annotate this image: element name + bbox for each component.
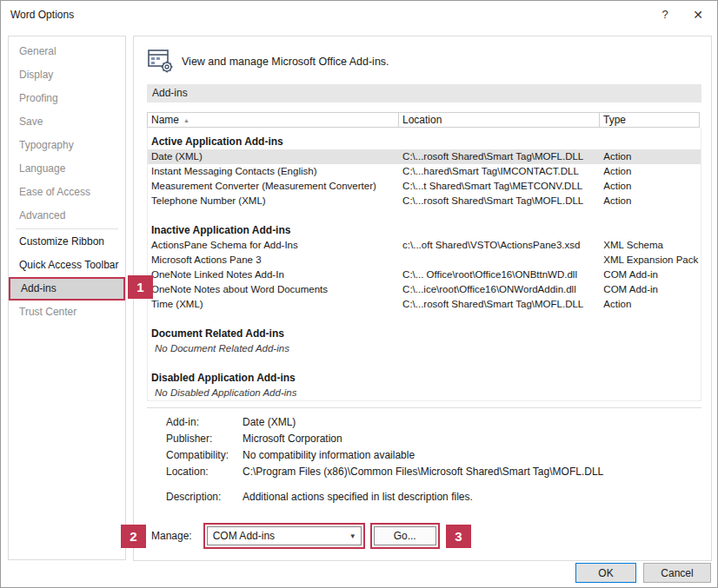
addin-type: Action bbox=[600, 194, 701, 208]
sidebar-item-typography[interactable]: Typography bbox=[9, 134, 125, 157]
addin-name: Date (XML) bbox=[148, 149, 399, 164]
column-header-name[interactable]: Name ▲ bbox=[147, 112, 399, 128]
sidebar-item-trust-center[interactable]: Trust Center bbox=[9, 301, 125, 324]
table-row[interactable]: Telephone Number (XML) C:\...rosoft Shar… bbox=[148, 194, 701, 208]
table-row[interactable]: OneNote Linked Notes Add-In C:\... Offic… bbox=[148, 268, 701, 282]
addin-location: C:\... Office\root\Office16\ONBttnWD.dll bbox=[399, 268, 600, 282]
sidebar-item-display[interactable]: Display bbox=[9, 63, 125, 87]
detail-row-addin: Add-in: Date (XML) bbox=[166, 416, 701, 428]
table-body: Active Application Add-ins Date (XML) C:… bbox=[147, 128, 701, 401]
go-button[interactable]: Go... bbox=[374, 526, 436, 545]
title-bar: Word Options bbox=[1, 1, 717, 28]
addin-location: c:\...oft Shared\VSTO\ActionsPane3.xsd bbox=[399, 238, 600, 253]
sidebar-item-proofing[interactable]: Proofing bbox=[9, 87, 125, 110]
ok-button[interactable]: OK bbox=[575, 563, 636, 583]
addin-type: COM Add-in bbox=[600, 268, 701, 282]
addin-type: Action bbox=[600, 149, 701, 164]
addin-type: Action bbox=[600, 297, 701, 312]
addin-name: Instant Messaging Contacts (English) bbox=[148, 164, 399, 179]
page-header: View and manage Microsoft Office Add-ins… bbox=[147, 47, 701, 76]
addin-location bbox=[399, 253, 600, 268]
table-group-header: Inactive Application Add-ins bbox=[148, 223, 701, 238]
addin-name: Time (XML) bbox=[148, 297, 399, 312]
sidebar-item-general[interactable]: General bbox=[9, 40, 125, 63]
cancel-button[interactable]: Cancel bbox=[643, 563, 711, 583]
manage-dropdown[interactable]: COM Add-ins ▼ bbox=[207, 526, 362, 545]
table-spacer-row bbox=[148, 356, 701, 371]
sort-ascending-icon: ▲ bbox=[183, 117, 189, 123]
addin-name: Telephone Number (XML) bbox=[148, 194, 399, 208]
addin-name: Microsoft Actions Pane 3 bbox=[148, 253, 399, 268]
window-title: Word Options bbox=[10, 9, 74, 21]
detail-row-location: Location: C:\Program Files (x86)\Common … bbox=[166, 466, 701, 478]
addin-name: ActionsPane Schema for Add-Ins bbox=[148, 238, 399, 253]
section-header: Add-ins bbox=[147, 84, 701, 102]
help-icon[interactable]: ? bbox=[651, 1, 679, 28]
table-row[interactable]: OneNote Notes about Word Documents C:\..… bbox=[148, 282, 701, 297]
manage-dropdown-value: COM Add-ins bbox=[208, 530, 345, 542]
chevron-down-icon: ▼ bbox=[345, 532, 361, 540]
addin-location: C:\...rosoft Shared\Smart Tag\MOFL.DLL bbox=[399, 149, 600, 164]
sidebar-item-customize-ribbon[interactable]: Customize Ribbon bbox=[9, 230, 125, 254]
table-row[interactable]: Microsoft Actions Pane 3 XML Expansion P… bbox=[148, 253, 701, 268]
sidebar-item-quick-access-toolbar[interactable]: Quick Access Toolbar bbox=[9, 254, 125, 277]
page-description: View and manage Microsoft Office Add-ins… bbox=[182, 56, 389, 68]
addin-name: Measurement Converter (Measurement Conve… bbox=[148, 179, 399, 194]
table-empty-note: No Disabled Application Add-ins bbox=[148, 386, 701, 400]
addin-location: C:\...hared\Smart Tag\IMCONTACT.DLL bbox=[399, 164, 600, 179]
table-header-row: Name ▲ Location Type bbox=[147, 112, 701, 128]
addin-type: XML Expansion Pack bbox=[600, 253, 701, 268]
addin-name: OneNote Linked Notes Add-In bbox=[148, 268, 399, 282]
annotation-badge-1: 1 bbox=[128, 275, 153, 299]
add-ins-table: Name ▲ Location Type Active Application … bbox=[147, 112, 701, 401]
annotation-box-dropdown: COM Add-ins ▼ bbox=[203, 523, 365, 549]
table-row[interactable]: Date (XML) C:\...rosoft Shared\Smart Tag… bbox=[148, 149, 701, 164]
addin-type: XML Schema bbox=[600, 238, 701, 253]
table-spacer-row bbox=[148, 208, 701, 223]
table-empty-note: No Document Related Add-ins bbox=[148, 341, 701, 356]
addin-location: C:\...rosoft Shared\Smart Tag\MOFL.DLL bbox=[399, 297, 600, 312]
addin-name: OneNote Notes about Word Documents bbox=[148, 282, 399, 297]
column-header-type[interactable]: Type bbox=[599, 112, 700, 128]
sidebar-item-save[interactable]: Save bbox=[9, 110, 125, 134]
sidebar: General Display Proofing Save Typography… bbox=[8, 36, 126, 560]
addin-location: C:\...rosoft Shared\Smart Tag\MOFL.DLL bbox=[399, 194, 600, 208]
addin-type: Action bbox=[600, 179, 701, 194]
table-spacer-row bbox=[148, 312, 701, 327]
table-group-header: Active Application Add-ins bbox=[148, 135, 701, 149]
table-group-header: Disabled Application Add-ins bbox=[148, 371, 701, 386]
close-icon[interactable]: ✕ bbox=[684, 1, 712, 28]
detail-row-compatibility: Compatibility: No compatibility informat… bbox=[166, 449, 701, 461]
addin-location: C:\...ice\root\Office16\ONWordAddin.dll bbox=[399, 282, 600, 297]
annotation-box-go: Go... bbox=[370, 523, 440, 549]
add-ins-icon bbox=[147, 48, 173, 76]
manage-row: Manage: COM Add-ins ▼ Go... bbox=[151, 523, 440, 549]
sidebar-item-ease-of-access[interactable]: Ease of Access bbox=[9, 181, 125, 204]
table-row[interactable]: Instant Messaging Contacts (English) C:\… bbox=[148, 164, 701, 179]
detail-row-publisher: Publisher: Microsoft Corporation bbox=[166, 433, 701, 445]
table-group-header: Document Related Add-ins bbox=[148, 327, 701, 341]
manage-label: Manage: bbox=[151, 530, 192, 542]
sidebar-divider bbox=[16, 228, 118, 229]
word-options-dialog: Word Options ? ✕ General Display Proofin… bbox=[0, 0, 718, 588]
column-header-location[interactable]: Location bbox=[398, 112, 600, 128]
detail-row-description: Description: Additional actions specifie… bbox=[166, 491, 701, 503]
annotation-badge-2: 2 bbox=[121, 525, 146, 548]
addin-type: Action bbox=[600, 164, 701, 179]
annotation-badge-3: 3 bbox=[446, 525, 471, 548]
addin-details: Add-in: Date (XML) Publisher: Microsoft … bbox=[147, 407, 701, 503]
table-row[interactable]: Measurement Converter (Measurement Conve… bbox=[148, 179, 701, 194]
table-row[interactable]: Time (XML) C:\...rosoft Shared\Smart Tag… bbox=[148, 297, 701, 312]
addin-type: COM Add-in bbox=[600, 282, 701, 297]
sidebar-item-language[interactable]: Language bbox=[9, 157, 125, 181]
table-row[interactable]: ActionsPane Schema for Add-Ins c:\...oft… bbox=[148, 238, 701, 253]
sidebar-item-add-ins[interactable]: Add-ins bbox=[9, 277, 125, 301]
sidebar-item-advanced[interactable]: Advanced bbox=[9, 204, 125, 228]
addin-location: C:\...t Shared\Smart Tag\METCONV.DLL bbox=[399, 179, 600, 194]
main-pane: View and manage Microsoft Office Add-ins… bbox=[133, 36, 712, 561]
